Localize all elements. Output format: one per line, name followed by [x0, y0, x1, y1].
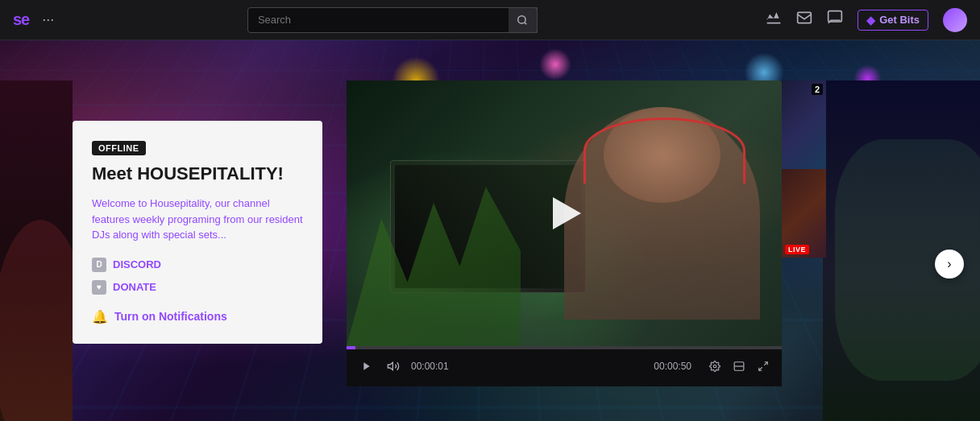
discord-link[interactable]: D DISCORD	[92, 258, 303, 272]
crown-icon[interactable]	[766, 10, 782, 30]
progress-fill	[347, 346, 355, 349]
donate-label: DONATE	[113, 281, 156, 293]
play-pause-button[interactable]	[356, 357, 376, 376]
next-channel-button[interactable]: ›	[935, 250, 964, 279]
svg-rect-2	[798, 12, 812, 23]
site-logo[interactable]: se	[13, 10, 29, 29]
svg-line-8	[764, 362, 767, 365]
time-current: 00:00:01	[411, 361, 449, 372]
theater-mode-button[interactable]	[730, 357, 748, 375]
thumbnail-number-1: 2	[812, 84, 823, 95]
svg-line-1	[525, 22, 527, 24]
offline-badge: OFFLINE	[92, 141, 146, 155]
channel-info-panel: OFFLINE Meet HOUSEPITALITY! Welcome to H…	[73, 121, 322, 344]
settings-button[interactable]	[706, 357, 724, 375]
donate-link[interactable]: ♥ DONATE	[92, 280, 303, 295]
svg-line-9	[759, 367, 762, 370]
play-button[interactable]	[540, 189, 588, 237]
video-content	[347, 80, 782, 346]
svg-point-5	[713, 365, 716, 368]
bell-icon: 🔔	[92, 309, 108, 324]
nav-right-actions: ◆ Get Bits	[766, 8, 967, 32]
turn-on-notifications-button[interactable]: 🔔 Turn on Notifications	[92, 309, 227, 324]
thumbnail-live-badge: LIVE	[785, 245, 809, 254]
thumbnail-panel: 2 LIVE	[782, 80, 826, 258]
right-controls	[706, 357, 772, 375]
volume-button[interactable]	[384, 357, 403, 376]
progress-bar[interactable]	[347, 346, 782, 349]
time-total: 00:00:50	[654, 361, 691, 372]
avatar[interactable]	[943, 8, 967, 32]
video-controls: 00:00:01 00:00:50	[347, 346, 782, 386]
thumbnail-2[interactable]: LIVE	[782, 169, 826, 258]
chevron-right-icon: ›	[947, 257, 951, 271]
navbar: se ··· ◆ Get Bits	[0, 0, 980, 40]
search-input[interactable]	[247, 7, 538, 33]
diamond-icon: ◆	[866, 14, 875, 27]
get-bits-button[interactable]: ◆ Get Bits	[858, 10, 928, 31]
chat-icon[interactable]	[827, 10, 843, 30]
left-crowd	[0, 80, 73, 421]
donate-icon: ♥	[92, 280, 106, 295]
panel-links: D DISCORD ♥ DONATE	[92, 258, 303, 295]
thumbnail-1[interactable]: 2	[782, 80, 826, 169]
search-button[interactable]	[509, 7, 538, 33]
discord-icon: D	[92, 258, 106, 272]
search-bar	[247, 7, 538, 33]
video-player[interactable]: 00:00:01 00:00:50	[347, 80, 782, 386]
mail-icon[interactable]	[796, 10, 812, 30]
channel-description: Welcome to Housepitality, our channel fe…	[92, 196, 303, 243]
channel-title: Meet HOUSEPITALITY!	[92, 163, 303, 184]
fullscreen-button[interactable]	[754, 357, 772, 375]
svg-point-0	[518, 15, 525, 23]
main-content: OFFLINE Meet HOUSEPITALITY! Welcome to H…	[0, 40, 980, 421]
discord-label: DISCORD	[113, 258, 161, 270]
light-2	[539, 48, 571, 80]
play-triangle-icon	[553, 197, 581, 229]
more-options-button[interactable]: ···	[42, 11, 54, 28]
dj-person	[564, 107, 760, 320]
notify-label: Turn on Notifications	[114, 310, 227, 323]
svg-marker-4	[388, 362, 392, 369]
